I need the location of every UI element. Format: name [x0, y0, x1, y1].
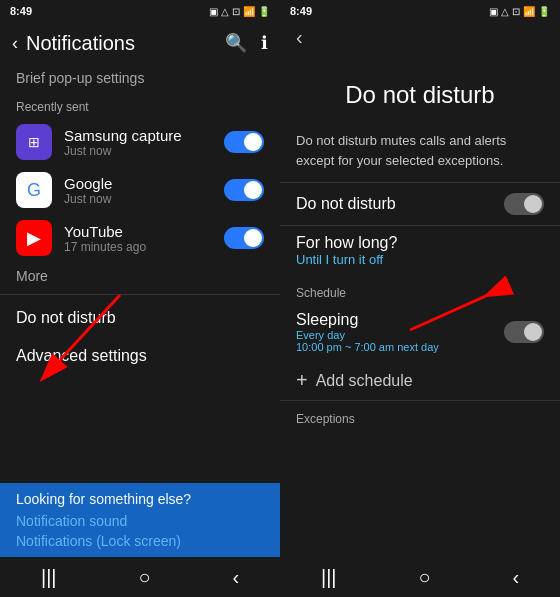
youtube-icon: ▶	[16, 220, 52, 256]
toggle-google[interactable]	[224, 179, 264, 201]
app-time-samsung: Just now	[64, 144, 212, 158]
brief-popup-label: Brief pop-up settings	[0, 64, 280, 94]
for-how-sub: Until I turn it off	[296, 252, 544, 267]
add-schedule-row[interactable]: + Add schedule	[280, 361, 560, 400]
app-name-samsung: Samsung capture	[64, 127, 212, 144]
for-how-label: For how long?	[296, 234, 544, 252]
app-info-google: Google Just now	[64, 175, 212, 206]
samsung-icon: ⊞	[16, 124, 52, 160]
dnd-toggle[interactable]	[504, 193, 544, 215]
app-time-youtube: 17 minutes ago	[64, 240, 212, 254]
status-bar-right: 8:49 ▣ △ ⊡ 📶 🔋	[280, 0, 560, 22]
schedule-label: Schedule	[296, 286, 346, 300]
toggle-samsung[interactable]	[224, 131, 264, 153]
toggle-youtube[interactable]	[224, 227, 264, 249]
sleeping-label: Sleeping	[296, 311, 504, 329]
more-label[interactable]: More	[0, 262, 280, 290]
dnd-toggle-row: Do not disturb	[280, 182, 560, 225]
looking-title: Looking for something else?	[16, 491, 264, 507]
app-info-samsung: Samsung capture Just now	[64, 127, 212, 158]
nav-header-left: ‹ Notifications 🔍 ℹ	[0, 22, 280, 64]
back-nav-button-right[interactable]: ‹	[512, 566, 519, 589]
app-time-google: Just now	[64, 192, 212, 206]
recent-apps-button-right[interactable]: |||	[321, 566, 337, 589]
back-button-right[interactable]: ‹	[280, 22, 560, 53]
list-item[interactable]: G Google Just now	[0, 166, 280, 214]
back-nav-button-left[interactable]: ‹	[232, 566, 239, 589]
notifications-lock-screen-link[interactable]: Notifications (Lock screen)	[16, 531, 264, 551]
schedule-section: Schedule	[280, 275, 560, 303]
sleeping-sub2: 10:00 pm ~ 7:00 am next day	[296, 341, 504, 353]
time-left: 8:49	[10, 5, 32, 17]
home-button-right[interactable]: ○	[418, 566, 430, 589]
home-button-left[interactable]: ○	[138, 566, 150, 589]
list-item[interactable]: ▶ YouTube 17 minutes ago	[0, 214, 280, 262]
page-title-left: Notifications	[26, 32, 217, 55]
status-bar-left: 8:49 ▣ △ ⊡ 📶 🔋	[0, 0, 280, 22]
bottom-nav-right: ||| ○ ‹	[280, 557, 560, 597]
dnd-title: Do not disturb	[280, 53, 560, 125]
sleeping-toggle[interactable]	[504, 321, 544, 343]
add-plus-icon: +	[296, 369, 308, 392]
google-icon: G	[16, 172, 52, 208]
exceptions-label: Exceptions	[296, 412, 355, 426]
exceptions-section: Exceptions	[280, 400, 560, 429]
sleeping-info: Sleeping Every day 10:00 pm ~ 7:00 am ne…	[296, 311, 504, 353]
app-name-youtube: YouTube	[64, 223, 212, 240]
status-icons-right: ▣ △ ⊡ 📶 🔋	[489, 6, 550, 17]
dnd-row-label: Do not disturb	[296, 195, 504, 213]
info-icon[interactable]: ℹ	[261, 32, 268, 54]
time-right: 8:49	[290, 5, 312, 17]
search-icon[interactable]: 🔍	[225, 32, 247, 54]
header-icons-left: 🔍 ℹ	[225, 32, 268, 54]
bottom-nav-left: ||| ○ ‹	[0, 557, 280, 597]
add-schedule-label: Add schedule	[316, 372, 413, 390]
divider-1	[0, 294, 280, 295]
sleeping-row[interactable]: Sleeping Every day 10:00 pm ~ 7:00 am ne…	[280, 303, 560, 361]
dnd-description: Do not disturb mutes calls and alerts ex…	[280, 125, 560, 182]
recently-sent-label: Recently sent	[0, 94, 280, 118]
do-not-disturb-menu-item[interactable]: Do not disturb	[0, 299, 280, 337]
spacer-right	[280, 429, 560, 557]
recent-apps-button-left[interactable]: |||	[41, 566, 57, 589]
sleeping-sub1: Every day	[296, 329, 504, 341]
status-icons-left: ▣ △ ⊡ 📶 🔋	[209, 6, 270, 17]
notification-sound-link[interactable]: Notification sound	[16, 511, 264, 531]
list-item[interactable]: ⊞ Samsung capture Just now	[0, 118, 280, 166]
for-how-row[interactable]: For how long? Until I turn it off	[280, 225, 560, 275]
advanced-settings-menu-item[interactable]: Advanced settings	[0, 337, 280, 375]
back-button-left[interactable]: ‹	[12, 33, 18, 54]
app-info-youtube: YouTube 17 minutes ago	[64, 223, 212, 254]
looking-section: Looking for something else? Notification…	[0, 483, 280, 557]
app-name-google: Google	[64, 175, 212, 192]
